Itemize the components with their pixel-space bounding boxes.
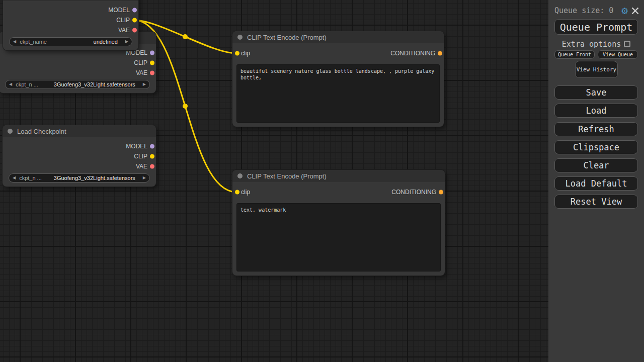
combo-prev-arrow-icon[interactable]: ◀ (13, 40, 16, 44)
node-status-dot (237, 173, 243, 178)
combo-prev-arrow-icon[interactable]: ◀ (9, 82, 12, 86)
clip-input-label: clip (241, 189, 250, 196)
node-status-dot (8, 129, 13, 134)
refresh-button[interactable]: Refresh (554, 122, 638, 136)
slot-label: CLIP (134, 153, 147, 160)
node-title-bar[interactable]: CLIP Text Encode (Prompt) (232, 170, 445, 182)
node-clip-text-encode-positive[interactable]: CLIP Text Encode (Prompt) clip CONDITION… (232, 31, 444, 127)
widget-value: undefined (47, 39, 125, 45)
node-status-dot (237, 35, 243, 40)
link-midpoint-dot (183, 34, 188, 39)
combo-prev-arrow-icon[interactable]: ◀ (13, 176, 16, 180)
model-output-dot[interactable] (150, 51, 154, 55)
conditioning-output-dot[interactable] (438, 51, 442, 56)
slot-label: VAE (136, 163, 147, 170)
ckpt-name-combo-widget[interactable]: ◀ ckpt_name undefined ▶ (9, 37, 132, 46)
slot-label: MODEL (126, 49, 147, 56)
reset-view-button[interactable]: Reset View (554, 195, 638, 209)
load-button[interactable]: Load (554, 104, 638, 118)
conditioning-output-dot[interactable] (439, 190, 443, 195)
conditioning-output-label: CONDITIONING (391, 189, 436, 196)
slot-label: MODEL (126, 143, 147, 150)
view-queue-button[interactable]: View Queue (598, 50, 638, 59)
output-slot-model: MODEL (3, 5, 138, 15)
node-title-bar[interactable]: Load Checkpoint (3, 125, 156, 137)
slot-label: CLIP (134, 59, 147, 66)
combo-next-arrow-icon[interactable]: ▶ (143, 82, 146, 86)
node-title: Load Checkpoint (17, 128, 66, 135)
view-history-button[interactable]: View History (575, 61, 618, 78)
conditioning-output-label: CONDITIONING (390, 50, 435, 57)
output-slot-vae: VAE (3, 161, 156, 171)
combo-next-arrow-icon[interactable]: ▶ (125, 40, 128, 44)
link-midpoint-dot (183, 104, 188, 109)
model-output-dot[interactable] (132, 8, 137, 13)
slot-row: clip CONDITIONING (232, 48, 444, 58)
slot-label: MODEL (108, 7, 130, 14)
output-slot-model: MODEL (3, 141, 156, 151)
output-slot-clip: CLIP (3, 15, 138, 25)
node-load-checkpoint[interactable]: Load Checkpoint MODEL CLIP VAE ◀ ckpt_n … (3, 125, 156, 187)
queue-size-label: Queue size: 0 (554, 6, 621, 15)
slot-label: VAE (118, 27, 130, 34)
combo-next-arrow-icon[interactable]: ▶ (143, 176, 146, 180)
node-title: CLIP Text Encode (Prompt) (247, 172, 327, 180)
clip-input-dot[interactable] (235, 190, 239, 195)
node-graph-canvas[interactable]: MODEL CLIP VAE ◀ ckpt_n ... 3Guofeng3_v3… (0, 0, 548, 362)
extra-options-checkbox[interactable] (624, 41, 630, 47)
ckpt-name-combo-widget[interactable]: ◀ ckpt_n ... 3Guofeng3_v32Light.safetens… (5, 80, 150, 89)
clip-output-dot[interactable] (150, 154, 154, 159)
node-clip-text-encode-negative[interactable]: CLIP Text Encode (Prompt) clip CONDITION… (232, 170, 445, 276)
clear-button[interactable]: Clear (554, 158, 638, 172)
slot-label: CLIP (116, 17, 130, 24)
queue-prompt-button[interactable]: Queue Prompt (554, 19, 638, 35)
node-title: CLIP Text Encode (Prompt) (247, 34, 327, 41)
clipspace-button[interactable]: Clipspace (554, 140, 638, 154)
model-output-dot[interactable] (150, 144, 154, 149)
clip-input-dot[interactable] (235, 51, 239, 56)
output-slot-clip: CLIP (3, 151, 156, 161)
load-default-button[interactable]: Load Default (554, 176, 638, 191)
ckpt-name-combo-widget[interactable]: ◀ ckpt_n ... 3Guofeng3_v32Light.safetens… (9, 173, 150, 183)
slot-label: VAE (136, 69, 147, 76)
widget-value: 3Guofeng3_v32Light.safetensors (38, 81, 143, 87)
clip-input-label: clip (241, 50, 250, 57)
widget-label: ckpt_n ... (19, 175, 42, 181)
widget-value: 3Guofeng3_v32Light.safetensors (42, 175, 143, 181)
vae-output-dot[interactable] (132, 28, 137, 33)
clip-output-dot[interactable] (150, 61, 154, 65)
slot-row: clip CONDITIONING (232, 187, 445, 197)
settings-gear-icon[interactable]: ⚙ (621, 5, 628, 16)
output-slot-vae: VAE (0, 68, 156, 78)
vae-output-dot[interactable] (150, 71, 154, 75)
vae-output-dot[interactable] (150, 164, 154, 169)
queue-front-button[interactable]: Queue Front (554, 50, 595, 59)
close-icon[interactable] (631, 7, 639, 15)
prompt-textarea[interactable]: text, watermark (236, 203, 441, 272)
clip-output-dot[interactable] (132, 18, 137, 23)
extra-options-label: Extra options (562, 40, 621, 49)
save-button[interactable]: Save (554, 85, 638, 100)
node-title-bar[interactable]: CLIP Text Encode (Prompt) (232, 31, 444, 43)
widget-label: ckpt_n ... (16, 81, 38, 87)
prompt-textarea[interactable]: beautiful scenery nature glass bottle la… (236, 64, 440, 123)
node-load-checkpoint-top[interactable]: MODEL CLIP VAE ◀ ckpt_name undefined ▶ (3, 0, 138, 50)
output-slot-vae: VAE (3, 25, 138, 35)
widget-label: ckpt_name (20, 39, 47, 45)
output-slot-clip: CLIP (0, 58, 156, 68)
comfy-menu-panel: Queue size: 0 ⚙ Queue Prompt Extra optio… (548, 0, 644, 362)
